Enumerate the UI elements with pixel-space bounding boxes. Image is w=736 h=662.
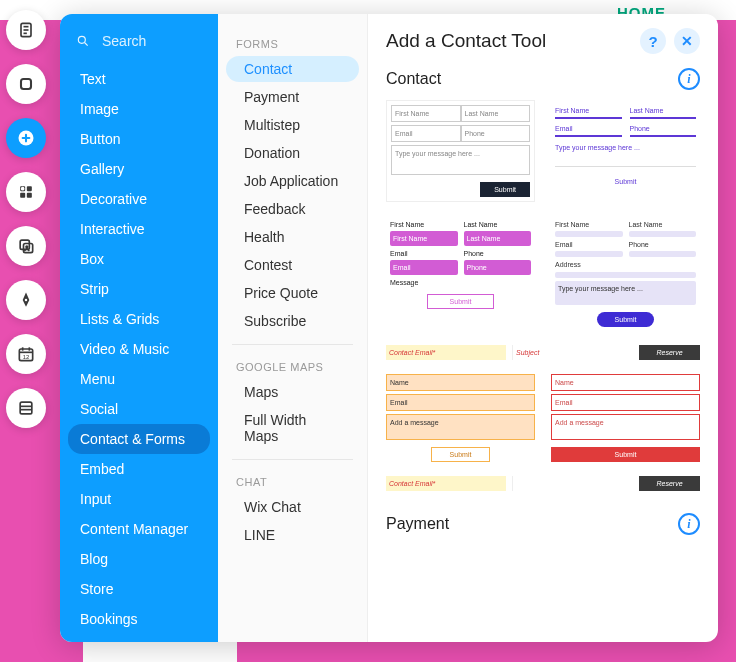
svg-rect-9 — [27, 193, 32, 198]
category-blog[interactable]: Blog — [68, 544, 210, 574]
contact-template-8[interactable]: Contact Email* Reserve — [386, 476, 700, 491]
sub-item-contact[interactable]: Contact — [226, 56, 359, 82]
category-interactive[interactable]: Interactive — [68, 214, 210, 244]
subcategory-list: FORMSContactPaymentMultistepDonationJob … — [218, 14, 368, 642]
category-button[interactable]: Button — [68, 124, 210, 154]
sub-item-subscribe[interactable]: Subscribe — [226, 308, 359, 334]
section-icon[interactable] — [6, 64, 46, 104]
category-strip[interactable]: Strip — [68, 274, 210, 304]
category-contact-forms[interactable]: Contact & Forms — [68, 424, 210, 454]
info-icon[interactable]: i — [678, 68, 700, 90]
info-icon[interactable]: i — [678, 513, 700, 535]
contact-template-1[interactable]: First NameLast Name EmailPhone Type your… — [386, 100, 535, 202]
cms-icon[interactable] — [6, 388, 46, 428]
sub-heading: GOOGLE MAPS — [218, 355, 367, 379]
category-embed[interactable]: Embed — [68, 454, 210, 484]
svg-rect-8 — [20, 193, 25, 198]
sub-item-price-quote[interactable]: Price Quote — [226, 280, 359, 306]
search-input[interactable] — [100, 32, 204, 50]
category-input[interactable]: Input — [68, 484, 210, 514]
contact-template-3[interactable]: First NameFirst Name Last NameLast Name … — [386, 216, 535, 331]
category-image[interactable]: Image — [68, 94, 210, 124]
contact-template-2[interactable]: First NameLast Name EmailPhone Type your… — [551, 100, 700, 202]
sub-heading: FORMS — [218, 32, 367, 56]
category-events[interactable]: Events — [68, 634, 210, 642]
sub-item-donation[interactable]: Donation — [226, 140, 359, 166]
category-bookings[interactable]: Bookings — [68, 604, 210, 634]
category-social[interactable]: Social — [68, 394, 210, 424]
sub-item-health[interactable]: Health — [226, 224, 359, 250]
category-video-music[interactable]: Video & Music — [68, 334, 210, 364]
sub-heading: CHAT — [218, 470, 367, 494]
sub-item-contest[interactable]: Contest — [226, 252, 359, 278]
sub-item-payment[interactable]: Payment — [226, 84, 359, 110]
apps-icon[interactable] — [6, 172, 46, 212]
category-store[interactable]: Store — [68, 574, 210, 604]
contact-template-6[interactable]: Name Email Add a message Submit — [386, 374, 535, 462]
tool-gallery: Add a Contact Tool ? ✕ Contact i First N… — [368, 14, 718, 642]
contact-template-5[interactable]: Contact Email* Subject Reserve — [386, 345, 700, 360]
section-title-contact: Contact — [386, 70, 441, 88]
sub-item-wix-chat[interactable]: Wix Chat — [226, 494, 359, 520]
sub-item-feedback[interactable]: Feedback — [226, 196, 359, 222]
svg-point-14 — [25, 299, 28, 302]
category-box[interactable]: Box — [68, 244, 210, 274]
section-title-payment: Payment — [386, 515, 449, 533]
media-icon[interactable] — [6, 226, 46, 266]
category-lists-grids[interactable]: Lists & Grids — [68, 304, 210, 334]
category-list: TextImageButtonGalleryDecorativeInteract… — [60, 14, 218, 642]
contact-template-7[interactable]: Name Email Add a message Submit — [551, 374, 700, 462]
sub-item-line[interactable]: LINE — [226, 522, 359, 548]
contact-template-4[interactable]: First Name Last Name Email Phone Address… — [551, 216, 700, 331]
search-row — [68, 28, 210, 62]
add-icon[interactable] — [6, 118, 46, 158]
sub-item-multistep[interactable]: Multistep — [226, 112, 359, 138]
svg-line-24 — [85, 43, 88, 46]
pen-icon[interactable] — [6, 280, 46, 320]
svg-rect-20 — [20, 402, 32, 414]
panel-title: Add a Contact Tool — [386, 30, 546, 52]
close-button[interactable]: ✕ — [674, 28, 700, 54]
calendar-icon[interactable]: 12 — [6, 334, 46, 374]
svg-text:12: 12 — [23, 354, 29, 360]
category-menu[interactable]: Menu — [68, 364, 210, 394]
add-panel: TextImageButtonGalleryDecorativeInteract… — [60, 14, 718, 642]
svg-point-23 — [78, 36, 85, 43]
left-icon-rail: 12 — [6, 10, 50, 428]
help-button[interactable]: ? — [640, 28, 666, 54]
sub-item-maps[interactable]: Maps — [226, 379, 359, 405]
category-decorative[interactable]: Decorative — [68, 184, 210, 214]
sub-item-job-application[interactable]: Job Application — [226, 168, 359, 194]
search-icon — [76, 34, 90, 48]
category-gallery[interactable]: Gallery — [68, 154, 210, 184]
sub-item-full-width-maps[interactable]: Full Width Maps — [226, 407, 359, 449]
category-text[interactable]: Text — [68, 64, 210, 94]
page-icon[interactable] — [6, 10, 46, 50]
svg-rect-4 — [21, 79, 31, 89]
svg-rect-7 — [27, 186, 32, 191]
category-content-manager[interactable]: Content Manager — [68, 514, 210, 544]
